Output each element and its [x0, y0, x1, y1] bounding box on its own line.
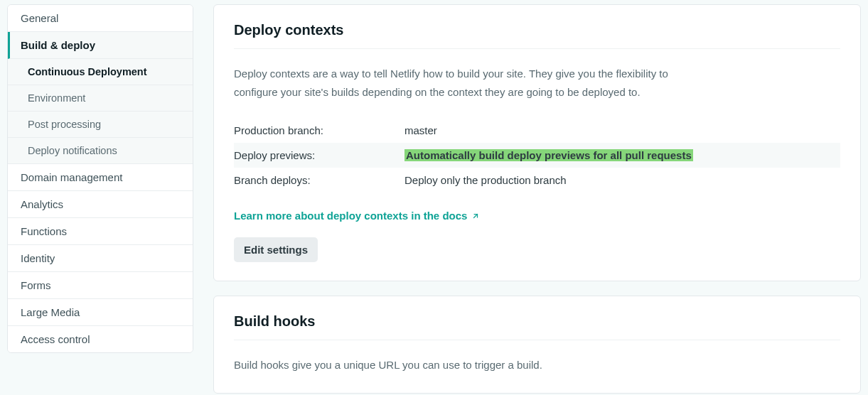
sidebar-item-build-deploy[interactable]: Build & deploy — [8, 32, 193, 59]
production-branch-value: master — [404, 118, 840, 143]
sidebar-item-large-media[interactable]: Large Media — [8, 299, 193, 326]
sidebar-sub-deploy-notifications[interactable]: Deploy notifications — [8, 138, 193, 164]
deploy-contexts-description: Deploy contexts are a way to tell Netlif… — [234, 65, 703, 101]
edit-settings-button[interactable]: Edit settings — [234, 237, 318, 262]
sidebar-sub-continuous-deployment[interactable]: Continuous Deployment — [8, 59, 193, 85]
sidebar-item-functions[interactable]: Functions — [8, 218, 193, 245]
sidebar-item-domain-management[interactable]: Domain management — [8, 164, 193, 191]
deploy-contexts-title: Deploy contexts — [234, 22, 840, 49]
deploy-previews-highlight: Automatically build deploy previews for … — [404, 149, 693, 161]
build-hooks-title: Build hooks — [234, 313, 840, 340]
deploy-contexts-table: Production branch: master Deploy preview… — [234, 118, 840, 193]
sidebar-sub-environment[interactable]: Environment — [8, 85, 193, 112]
build-hooks-card: Build hooks Build hooks give you a uniqu… — [213, 296, 861, 394]
table-row: Production branch: master — [234, 118, 840, 143]
deploy-contexts-card: Deploy contexts Deploy contexts are a wa… — [213, 4, 861, 281]
production-branch-label: Production branch: — [234, 118, 404, 143]
branch-deploys-value: Deploy only the production branch — [404, 168, 840, 193]
sidebar-item-access-control[interactable]: Access control — [8, 326, 193, 352]
branch-deploys-label: Branch deploys: — [234, 168, 404, 193]
sidebar-item-general[interactable]: General — [8, 5, 193, 32]
sidebar-sub-post-processing[interactable]: Post processing — [8, 112, 193, 138]
sidebar-item-identity[interactable]: Identity — [8, 245, 193, 272]
main-content: Deploy contexts Deploy contexts are a wa… — [213, 4, 861, 394]
deploy-previews-label: Deploy previews: — [234, 143, 404, 168]
learn-more-label: Learn more about deploy contexts in the … — [234, 210, 467, 222]
table-row: Branch deploys: Deploy only the producti… — [234, 168, 840, 193]
learn-more-link[interactable]: Learn more about deploy contexts in the … — [234, 210, 480, 222]
deploy-previews-value: Automatically build deploy previews for … — [404, 143, 840, 168]
settings-sidebar: General Build & deploy Continuous Deploy… — [7, 4, 193, 353]
sidebar-item-analytics[interactable]: Analytics — [8, 191, 193, 218]
external-link-icon — [471, 212, 480, 220]
table-row: Deploy previews: Automatically build dep… — [234, 143, 840, 168]
svg-line-0 — [474, 214, 478, 217]
build-hooks-description: Build hooks give you a unique URL you ca… — [234, 356, 703, 374]
sidebar-item-forms[interactable]: Forms — [8, 272, 193, 299]
